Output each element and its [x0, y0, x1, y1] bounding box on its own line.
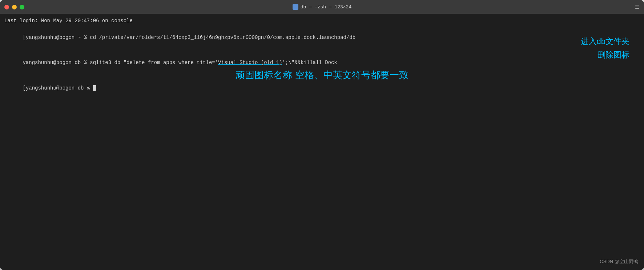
titlebar: db — -zsh — 123×24 ☰ — [0, 0, 644, 14]
maximize-button[interactable] — [20, 5, 24, 9]
terminal-line-1: Last login: Mon May 29 20:47:06 on conso… — [4, 17, 640, 25]
settings-icon[interactable]: ☰ — [635, 4, 640, 10]
close-button[interactable] — [4, 5, 9, 9]
terminal-window: db — -zsh — 123×24 ☰ Last login: Mon May… — [0, 0, 644, 270]
annotation-enter-db: 进入db文件夹 — [581, 35, 629, 48]
annotation-note: 顽固图标名称 空格、中英文符号都要一致 — [236, 68, 408, 83]
prompt-3: yangshunhu@bogon db % sqlite3 db "delete… — [23, 60, 337, 65]
window-title: db — -zsh — 123×24 — [293, 4, 351, 10]
title-text: db — -zsh — 123×24 — [301, 4, 351, 10]
highlight-app-name: Visual Studio (old 1) — [218, 60, 282, 65]
folder-icon — [293, 4, 298, 10]
prompt-4: [yangshunhu@bogon db % — [23, 85, 93, 91]
prompt-2: [yangshunhu@bogon ~ % cd /private/var/fo… — [23, 35, 355, 40]
annotation-delete-icon: 删除图标 — [597, 48, 629, 61]
terminal-body[interactable]: Last login: Mon May 29 20:47:06 on conso… — [0, 14, 644, 270]
watermark: CSDN @空山雨鸣 — [600, 258, 638, 266]
minimize-button[interactable] — [12, 5, 17, 9]
cursor — [93, 85, 96, 91]
traffic-lights — [4, 5, 24, 9]
terminal-line-2: [yangshunhu@bogon ~ % cd /private/var/fo… — [4, 25, 640, 50]
